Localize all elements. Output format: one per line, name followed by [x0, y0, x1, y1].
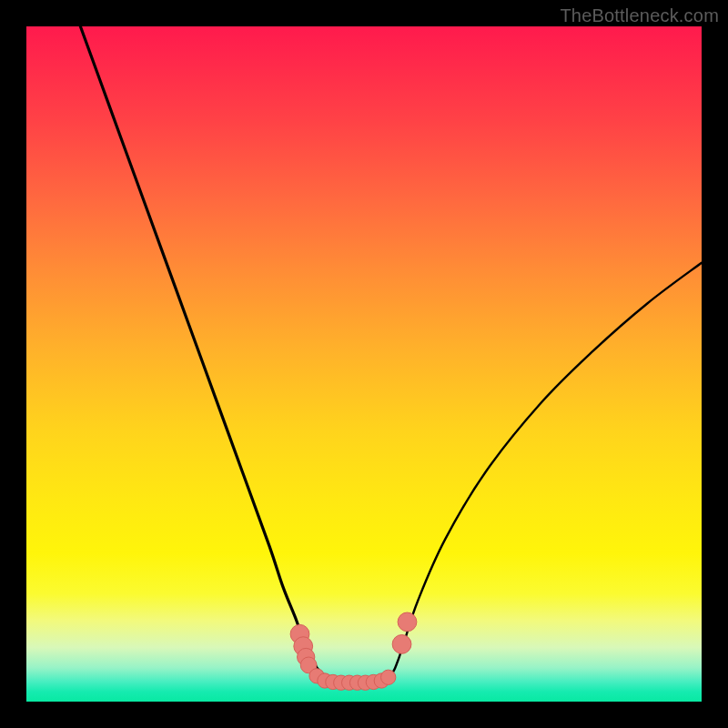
- data-marker: [381, 670, 396, 684]
- series-group: [80, 26, 702, 682]
- watermark-text: TheBottleneck.com: [560, 5, 719, 26]
- plot-area: [26, 26, 702, 702]
- marker-group: [290, 612, 417, 690]
- chart-svg: [26, 26, 702, 702]
- data-marker: [392, 635, 411, 654]
- outer-frame: TheBottleneck.com: [0, 0, 728, 728]
- curve-left-branch: [80, 26, 350, 682]
- data-marker: [398, 612, 417, 632]
